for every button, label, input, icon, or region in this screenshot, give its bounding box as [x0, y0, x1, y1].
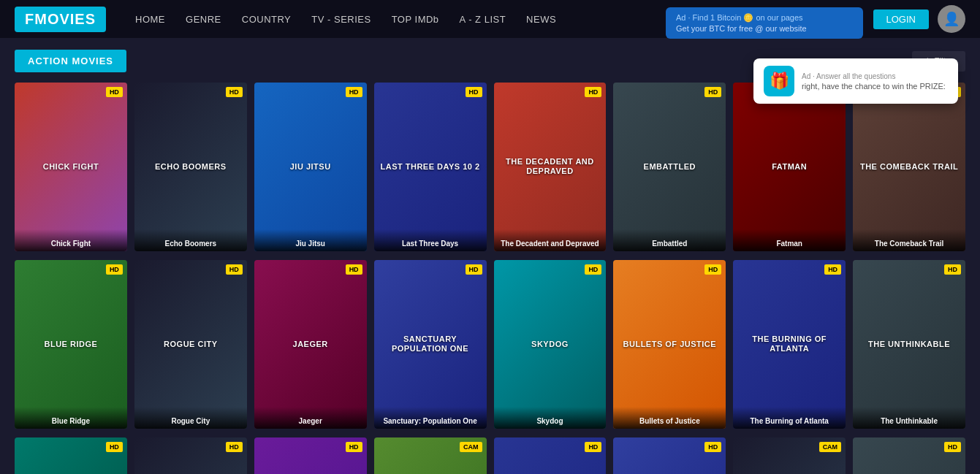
- movies-row-0: CHICK FIGHTHDChick FightECHO BOOMERSHDEc…: [15, 83, 965, 251]
- nav-genre[interactable]: GENRE: [186, 14, 221, 25]
- movie-card[interactable]: THE BURNING OF ATLANTAHDThe Burning of A…: [733, 260, 846, 429]
- movie-card[interactable]: ROGUE CITYHDRogue City: [134, 260, 247, 429]
- nav-country[interactable]: COUNTRY: [242, 14, 292, 25]
- nav-az-list[interactable]: A - Z LIST: [460, 14, 506, 25]
- movie-card[interactable]: HD: [15, 437, 127, 474]
- movie-card[interactable]: CHICK FIGHTHDChick Fight: [15, 83, 127, 251]
- nav-news[interactable]: NEWS: [526, 14, 556, 25]
- login-button[interactable]: LOGIN: [873, 9, 929, 29]
- movie-card[interactable]: JIU JITSUHDJiu Jitsu: [254, 83, 367, 251]
- movie-card[interactable]: BULLETS OF JUSTICEHDBullets of Justice: [613, 260, 726, 429]
- avatar[interactable]: 👤: [938, 5, 965, 33]
- movie-card[interactable]: HD: [613, 437, 726, 474]
- nav-right: LOGIN 👤: [873, 5, 965, 33]
- movie-card[interactable]: FATMANHDFatman: [733, 83, 846, 251]
- movie-card[interactable]: THE DECADENT AND DEPRAVEDHDThe Decadent …: [494, 83, 607, 251]
- movie-card[interactable]: THE COMEBACK TRAILHDThe Comeback Trail: [853, 83, 965, 251]
- movie-card[interactable]: ECHO BOOMERSHDEcho Boomers: [134, 83, 247, 251]
- movie-card[interactable]: LAST THREE DAYS 10 2HDLast Three Days: [374, 83, 487, 251]
- movie-card[interactable]: CAMCAM: [733, 437, 846, 474]
- ad-quiz-label: Ad · Answer all the questions: [802, 72, 946, 80]
- nav-home[interactable]: HOME: [135, 14, 165, 25]
- movie-card[interactable]: CAM: [374, 437, 487, 474]
- movie-card[interactable]: HD: [134, 437, 247, 474]
- nav-tv-series[interactable]: TV - SERIES: [311, 14, 371, 25]
- movie-card[interactable]: THE UNTHINKABLEHDThe Unthinkable: [853, 260, 965, 429]
- ad-bitcoin-label: Ad · Find 1 Bitcoin 🪙 on our pages: [676, 13, 853, 23]
- movie-card[interactable]: HD: [254, 437, 367, 474]
- movie-card[interactable]: SANCTUARY POPULATION ONEHDSanctuary: Pop…: [374, 260, 487, 429]
- movie-card[interactable]: HD: [853, 437, 965, 474]
- section-title: ACTION MOVIES: [15, 50, 126, 72]
- ad-quiz-banner[interactable]: 🎁 Ad · Answer all the questions right, h…: [753, 58, 958, 104]
- ad-bitcoin-banner[interactable]: Ad · Find 1 Bitcoin 🪙 on our pages Get y…: [666, 7, 863, 39]
- movies-row-2: HDHDHDCAMBATMAN DEATH OF A FAMILYHDHDCAM…: [15, 437, 965, 474]
- movie-card[interactable]: BATMAN DEATH OF A FAMILYHD: [494, 437, 607, 474]
- movie-card[interactable]: BLUE RIDGEHDBlue Ridge: [15, 260, 127, 429]
- nav-top-imdb[interactable]: TOP IMDb: [392, 14, 439, 25]
- ad-quiz-icon: 🎁: [764, 66, 794, 96]
- movie-card[interactable]: JAEGERHDJaeger: [254, 260, 367, 429]
- movies-row-1: BLUE RIDGEHDBlue RidgeROGUE CITYHDRogue …: [15, 260, 965, 429]
- nav-links: HOME GENRE COUNTRY TV - SERIES TOP IMDb …: [135, 14, 556, 25]
- ad-quiz-sub: right, have the chance to win the PRIZE:: [802, 82, 946, 91]
- movie-card[interactable]: EMBATTLEDHDEmbattled: [613, 83, 726, 251]
- movies-container: CHICK FIGHTHDChick FightECHO BOOMERSHDEc…: [15, 83, 965, 474]
- site-logo[interactable]: FMOVIES: [15, 7, 106, 32]
- navbar: FMOVIES HOME GENRE COUNTRY TV - SERIES T…: [0, 0, 980, 38]
- ad-bitcoin-sub: Get your BTC for free @ our website: [676, 24, 853, 33]
- movie-card[interactable]: SKYDOGHDSkydog: [494, 260, 607, 429]
- ad-quiz-content: Ad · Answer all the questions right, hav…: [802, 72, 946, 91]
